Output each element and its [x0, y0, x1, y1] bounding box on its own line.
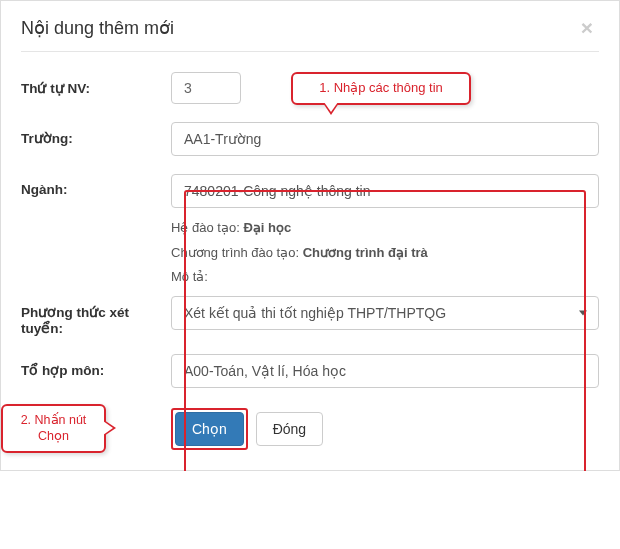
- info-block: Hệ đào tạo: Đại học Chương trình đào tạo…: [171, 216, 599, 290]
- row-order: Thứ tự NV: 1. Nhập các thông tin: [21, 72, 599, 104]
- label-combo: Tổ hợp môn:: [21, 354, 171, 378]
- annotation-highlight-button: Chọn: [171, 408, 248, 450]
- modal-body: Thứ tự NV: 1. Nhập các thông tin Trường:…: [21, 72, 599, 450]
- school-input[interactable]: [171, 122, 599, 156]
- modal-title: Nội dung thêm mới: [21, 17, 174, 39]
- row-combo: Tổ hợp môn:: [21, 354, 599, 388]
- label-method: Phương thức xét tuyển:: [21, 296, 171, 336]
- annotation-callout-1: 1. Nhập các thông tin: [291, 72, 471, 105]
- major-input[interactable]: [171, 174, 599, 208]
- program-value: Chương trình đại trà: [303, 245, 428, 260]
- modal-footer: 2. Nhấn nút Chọn Chọn Đóng: [21, 408, 599, 450]
- row-school: Trường:: [21, 122, 599, 156]
- method-select[interactable]: Xét kết quả thi tốt nghiệp THPT/THPTQG: [171, 296, 599, 330]
- choose-button[interactable]: Chọn: [175, 412, 244, 446]
- annotation-callout-2: 2. Nhấn nút Chọn: [1, 404, 106, 453]
- label-order: Thứ tự NV:: [21, 72, 171, 96]
- close-icon[interactable]: ×: [575, 16, 599, 39]
- description-label: Mô tả:: [171, 265, 599, 290]
- modal-dialog: Nội dung thêm mới × Thứ tự NV: 1. Nhập c…: [0, 0, 620, 471]
- program-label: Chương trình đào tạo:: [171, 245, 303, 260]
- edu-system-label: Hệ đào tạo:: [171, 220, 243, 235]
- label-major: Ngành:: [21, 174, 171, 197]
- row-major: Ngành: Hệ đào tạo: Đại học Chương trình …: [21, 174, 599, 290]
- modal-header: Nội dung thêm mới ×: [21, 16, 599, 52]
- row-method: Phương thức xét tuyển: Xét kết quả thi t…: [21, 296, 599, 336]
- combo-input[interactable]: [171, 354, 599, 388]
- label-school: Trường:: [21, 122, 171, 146]
- close-button[interactable]: Đóng: [256, 412, 323, 446]
- order-input[interactable]: [171, 72, 241, 104]
- edu-system-value: Đại học: [243, 220, 291, 235]
